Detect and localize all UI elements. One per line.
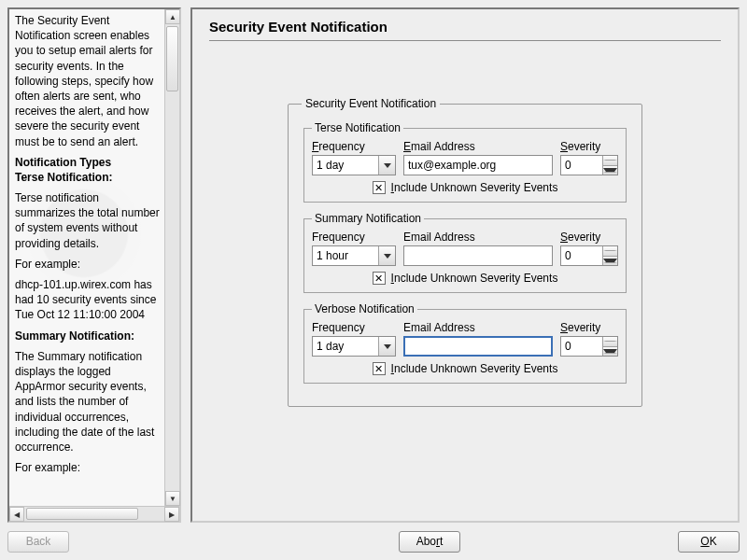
chevron-down-icon[interactable] xyxy=(378,156,395,175)
scroll-left-icon[interactable]: ◀ xyxy=(9,507,24,522)
spin-down-icon[interactable] xyxy=(603,166,617,175)
terse-include-unknown-label: Include Unknown Severity Events xyxy=(391,181,558,194)
terse-include-unknown-checkbox[interactable]: ✕ xyxy=(373,181,386,194)
ok-button[interactable]: OK xyxy=(678,531,740,553)
verbose-severity-label: Severity xyxy=(560,321,618,334)
main-pane: Security Event Notification Security Eve… xyxy=(190,7,740,523)
verbose-include-unknown-label: Include Unknown Severity Events xyxy=(391,362,558,375)
back-button: Back xyxy=(7,531,69,553)
verbose-notification-group: Verbose Notification Frequency 1 day Ema… xyxy=(303,302,627,384)
security-event-notification-group: Security Event Notification Terse Notifi… xyxy=(288,97,642,407)
spin-down-icon[interactable] xyxy=(603,347,617,357)
verbose-legend: Verbose Notification xyxy=(312,302,417,315)
spin-down-icon[interactable] xyxy=(603,257,617,266)
scroll-thumb[interactable] xyxy=(26,508,138,520)
spin-up-icon[interactable] xyxy=(603,337,617,347)
spin-up-icon[interactable] xyxy=(603,246,617,257)
terse-frequency-label: Frequency xyxy=(312,140,396,153)
help-vertical-scrollbar[interactable]: ▲ ▼ xyxy=(164,9,179,506)
summary-email-label: Email Address xyxy=(403,231,553,244)
summary-legend: Summary Notification xyxy=(312,212,424,225)
summary-frequency-label: Frequency xyxy=(312,231,396,244)
wizard-button-bar: Back Abort OK xyxy=(7,523,740,553)
summary-notification-group: Summary Notification Frequency 1 hour Em… xyxy=(303,212,627,293)
verbose-email-input[interactable] xyxy=(403,336,553,357)
verbose-severity-spinner[interactable]: 0 xyxy=(560,336,618,357)
help-pane: The Security Event Notification screen e… xyxy=(7,7,181,523)
chevron-down-icon[interactable] xyxy=(378,337,395,356)
page-title: Security Event Notification xyxy=(209,19,721,41)
group-legend: Security Event Notification xyxy=(302,97,440,110)
terse-frequency-select[interactable]: 1 day xyxy=(312,155,396,175)
summary-severity-label: Severity xyxy=(560,231,618,244)
scroll-right-icon[interactable]: ▶ xyxy=(164,507,179,522)
verbose-email-label: Email Address xyxy=(403,321,553,334)
summary-frequency-select[interactable]: 1 hour xyxy=(312,245,396,266)
chevron-down-icon[interactable] xyxy=(378,246,395,265)
abort-button[interactable]: Abort xyxy=(399,531,460,553)
verbose-frequency-select[interactable]: 1 day xyxy=(312,336,396,357)
verbose-frequency-label: Frequency xyxy=(312,321,396,334)
terse-legend: Terse Notification xyxy=(312,121,403,134)
terse-severity-spinner[interactable]: 0 xyxy=(560,155,618,175)
terse-email-label: Email Address xyxy=(403,140,553,153)
summary-email-input[interactable] xyxy=(403,245,553,266)
scroll-down-icon[interactable]: ▼ xyxy=(165,491,180,506)
spin-up-icon[interactable] xyxy=(603,156,617,166)
terse-email-input[interactable] xyxy=(403,155,553,175)
scroll-up-icon[interactable]: ▲ xyxy=(165,9,180,24)
terse-severity-label: Severity xyxy=(560,140,618,153)
summary-include-unknown-checkbox[interactable]: ✕ xyxy=(373,272,386,285)
terse-notification-group: Terse Notification Frequency 1 day Email… xyxy=(303,121,627,203)
verbose-include-unknown-checkbox[interactable]: ✕ xyxy=(373,362,386,375)
summary-include-unknown-label: Include Unknown Severity Events xyxy=(391,272,558,285)
summary-severity-spinner[interactable]: 0 xyxy=(560,245,618,266)
help-text: The Security Event Notification screen e… xyxy=(9,9,179,506)
scroll-thumb[interactable] xyxy=(166,26,178,91)
help-horizontal-scrollbar[interactable]: ◀ ▶ xyxy=(9,506,179,521)
